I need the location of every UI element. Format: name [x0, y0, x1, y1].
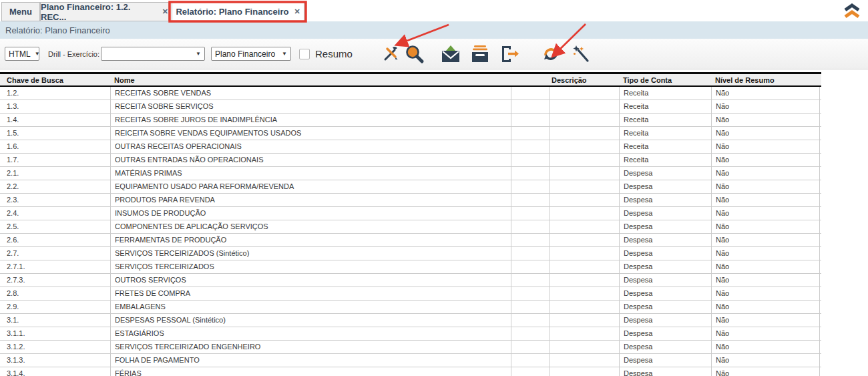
resumo-checkbox[interactable] — [299, 49, 310, 59]
table-cell: Não — [711, 167, 820, 180]
table-row[interactable]: 1.7.OUTRAS ENTRADAS NÃO OPERACIONAISRece… — [0, 154, 821, 167]
tab-relatorio-plano-financeiro[interactable]: Relatório: Plano Financeiro ✕ — [172, 2, 304, 21]
table-cell: Não — [711, 127, 820, 140]
table-row[interactable]: 2.5.COMPONENTES DE APLICAÇÃO SERVIÇOSDes… — [0, 220, 821, 234]
table-cell — [511, 127, 549, 140]
table-cell: OUTRAS RECEITAS OPERACIONAIS — [110, 140, 511, 154]
table-cell: 1.2. — [0, 87, 110, 100]
drill-exercicio-label: Drill - Exercício: — [48, 50, 99, 58]
app-window: Menu Plano Financeiro: 1.2. REC... ✕ Rel… — [0, 0, 868, 376]
table-cell: OUTROS SERVIÇOS — [110, 274, 511, 287]
tab-plano-financeiro-12[interactable]: Plano Financeiro: 1.2. REC... ✕ — [40, 2, 169, 21]
refresh-icon[interactable] — [539, 44, 562, 64]
table-cell: Despesa — [619, 327, 711, 341]
table-row[interactable]: 2.7.3.OUTROS SERVIÇOSDespesaNão — [0, 274, 821, 287]
table-row[interactable]: 1.2.RECEITAS SOBRE VENDASReceitaNão — [0, 87, 821, 100]
table-cell: 1.5. — [0, 127, 110, 140]
table-cell: Receita — [619, 114, 711, 127]
table-cell: INSUMOS DE PRODUÇÃO — [110, 207, 511, 220]
table-row[interactable]: 2.2.EQUIPAMENTO USADO PARA REFORMA/REVEN… — [0, 180, 821, 194]
wand-icon[interactable] — [570, 44, 593, 64]
table-row[interactable]: 2.1.MATÉRIAS PRIMASDespesaNão — [0, 167, 821, 180]
table-cell — [549, 234, 619, 247]
exit-icon[interactable] — [498, 44, 521, 64]
table-row[interactable]: 3.1.4.FÉRIASDespesaNão — [0, 367, 821, 376]
collapse-panel-icon[interactable] — [843, 3, 861, 19]
search-icon[interactable] — [403, 44, 426, 64]
table-row[interactable]: 1.5.REICEITA SOBRE VENDAS EQUIPAMENTOS U… — [0, 127, 821, 140]
table-cell: 1.3. — [0, 100, 110, 114]
mail-icon[interactable] — [439, 44, 462, 64]
table-cell — [549, 127, 619, 140]
column-header-descricao[interactable]: Descrição — [549, 76, 619, 84]
report-type-select[interactable]: Plano Financeiro ▼ — [211, 47, 291, 61]
table-row[interactable]: 3.1.1.ESTAGIÁRIOSDespesaNão — [0, 327, 821, 341]
table-cell: Despesa — [619, 260, 711, 274]
table-cell: ESTAGIÁRIOS — [110, 327, 511, 341]
report-type-select-value: Plano Financeiro — [215, 49, 275, 59]
table-cell: 2.3. — [0, 194, 110, 207]
column-header-nivel-de-resumo[interactable]: Nível de Resumo — [711, 76, 820, 84]
tab-menu-label: Menu — [9, 7, 32, 17]
archive-icon[interactable] — [469, 44, 491, 64]
table-cell — [511, 247, 549, 260]
table-cell — [511, 140, 549, 154]
close-icon[interactable]: ✕ — [162, 7, 168, 16]
table-cell: 2.7.3. — [0, 274, 110, 287]
table-row[interactable]: 2.7.1.SERVIÇOS TERCEIRIZADOSDespesaNão — [0, 260, 821, 274]
column-header-tipo-de-conta[interactable]: Tipo de Conta — [619, 76, 711, 84]
table-cell: 2.4. — [0, 207, 110, 220]
tab-menu[interactable]: Menu — [1, 2, 40, 21]
table-cell — [549, 194, 619, 207]
table-cell: 2.7.1. — [0, 260, 110, 274]
table-header-row: Chave de Busca Nome Descrição Tipo de Co… — [0, 72, 821, 87]
table-cell: FERRAMENTAS DE PRODUÇÃO — [110, 234, 511, 247]
table-cell: Não — [711, 260, 820, 274]
table-row[interactable]: 1.6.OUTRAS RECEITAS OPERACIONAISReceitaN… — [0, 140, 821, 154]
table-row[interactable]: 2.8.FRETES DE COMPRADespesaNão — [0, 287, 821, 301]
table-cell — [511, 260, 549, 274]
table-cell: Despesa — [619, 287, 711, 301]
table-cell: 2.1. — [0, 167, 110, 180]
format-select[interactable]: HTML ▼ — [5, 47, 39, 61]
table-cell — [549, 167, 619, 180]
table-cell — [511, 180, 549, 194]
table-cell: OUTRAS ENTRADAS NÃO OPERACIONAIS — [110, 154, 511, 167]
table-cell: Despesa — [619, 180, 711, 194]
tools-icon[interactable] — [379, 44, 402, 64]
table-row[interactable]: 2.6.FERRAMENTAS DE PRODUÇÃODespesaNão — [0, 234, 821, 247]
table-cell: 2.8. — [0, 287, 110, 301]
table-cell — [511, 301, 549, 314]
table-row[interactable]: 2.7.SERVIÇOS TERCEIRIZADOS (Sintético)De… — [0, 247, 821, 260]
table-cell: FRETES DE COMPRA — [110, 287, 511, 301]
column-header-nome[interactable]: Nome — [110, 76, 511, 84]
table-row[interactable]: 1.3.RECEITA SOBRE SERVIÇOSReceitaNão — [0, 100, 821, 114]
table-cell — [549, 287, 619, 301]
table-row[interactable]: 3.1.3.FOLHA DE PAGAMENTODespesaNão — [0, 354, 821, 367]
table-row[interactable]: 3.1.2.SERVIÇOS TERCEIRIZADO ENGENHEIRODe… — [0, 341, 821, 354]
table-row[interactable]: 1.4.RECEITAS SOBRE JUROS DE INADIMPLÊNCI… — [0, 114, 821, 127]
table-cell — [511, 100, 549, 114]
close-icon[interactable]: ✕ — [294, 7, 300, 16]
table-cell: Não — [711, 140, 820, 154]
table-row[interactable]: 2.3.PRODUTOS PARA REVENDADespesaNão — [0, 194, 821, 207]
table-cell: Receita — [619, 127, 711, 140]
table-row[interactable]: 3.1.DESPESAS PESSOAL (Sintético)DespesaN… — [0, 314, 821, 327]
table-cell: Não — [711, 194, 820, 207]
table-cell: Não — [711, 367, 820, 376]
table-cell — [549, 87, 619, 100]
table-row[interactable]: 2.4.INSUMOS DE PRODUÇÃODespesaNão — [0, 207, 821, 220]
column-header-chave-de-busca[interactable]: Chave de Busca — [0, 76, 110, 84]
table-cell — [549, 341, 619, 354]
table-cell — [549, 220, 619, 234]
table-cell: EQUIPAMENTO USADO PARA REFORMA/REVENDA — [110, 180, 511, 194]
table-cell: Não — [711, 327, 820, 341]
table-cell: 2.5. — [0, 220, 110, 234]
table-row[interactable]: 2.9.EMBALAGENSDespesaNão — [0, 301, 821, 314]
table-cell: Receita — [619, 87, 711, 100]
drill-exercicio-select[interactable]: ▼ — [101, 47, 205, 61]
table-cell — [549, 327, 619, 341]
table-cell: 1.6. — [0, 140, 110, 154]
resumo-label: Resumo — [315, 48, 353, 59]
table-cell: Despesa — [619, 167, 711, 180]
